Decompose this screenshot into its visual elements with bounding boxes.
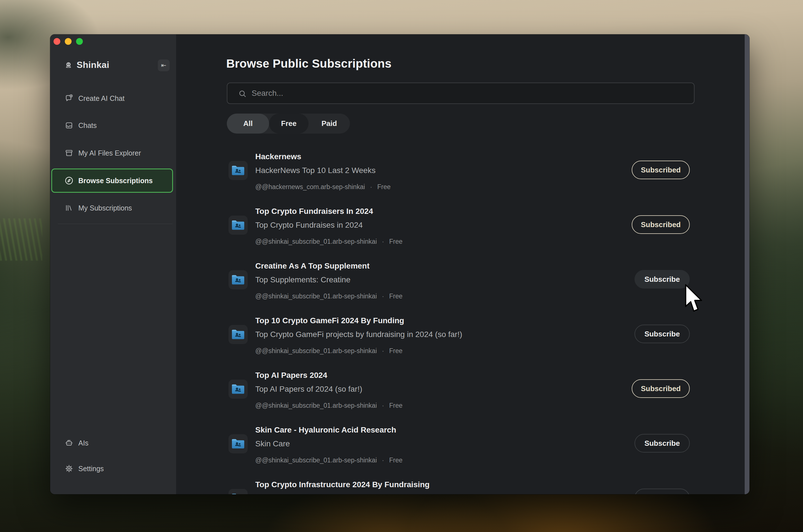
sidebar-item-ais[interactable]: AIs	[52, 432, 172, 455]
subscription-node-address: @@shinkai_subscribe_01.arb-sep-shinkai	[255, 292, 377, 300]
minimize-window-button[interactable]	[65, 38, 72, 45]
subscription-meta: @@shinkai_subscribe_01.arb-sep-shinkai ·…	[255, 456, 403, 464]
subscription-action-button[interactable]: Subscribed	[632, 379, 690, 398]
shared-folder-icon	[229, 215, 248, 235]
page-title: Browse Public Subscriptions	[226, 57, 391, 71]
sidebar-item-my-ai-files-explorer[interactable]: My AI Files Explorer	[52, 141, 172, 165]
subscription-action-button[interactable]: Subscribe	[634, 325, 690, 343]
subscription-row: Creatine As A Top Supplement Top Supplem…	[229, 262, 690, 316]
subscription-meta: @@shinkai_subscribe_01.arb-sep-shinkai ·…	[255, 402, 403, 410]
gear-icon	[64, 464, 74, 473]
shinkai-app-window: Shinkai ⇤ Create AI Chat Chats	[50, 34, 749, 494]
sidebar-item-create-ai-chat[interactable]: Create AI Chat	[52, 87, 172, 110]
subscription-description: HackerNews Top 10 Last 2 Weeks	[255, 166, 376, 175]
app-title: Shinkai	[77, 60, 109, 70]
subscription-node-address: @@hackernews_com.arb-sep-shinkai	[255, 183, 365, 191]
subscription-meta: @@shinkai_subscribe_01.arb-sep-shinkai ·…	[255, 347, 403, 355]
window-controls	[54, 38, 83, 45]
subscription-node-address: @@shinkai_subscribe_01.arb-sep-shinkai	[255, 347, 377, 355]
meta-separator: ·	[382, 238, 384, 245]
sidebar-item-label: Chats	[78, 121, 97, 130]
subscription-action-button[interactable]: Subscribed	[632, 215, 690, 234]
subscription-title: Top Crypto Infrastructure 2024 By Fundra…	[255, 480, 430, 489]
meta-separator: ·	[382, 456, 384, 464]
subscription-action-button[interactable]: Subscribe	[634, 434, 690, 453]
subscription-price: Free	[389, 456, 402, 464]
tab-all[interactable]: All	[227, 114, 269, 134]
subscription-row: Skin Care - Hyaluronic Acid Research Ski…	[229, 425, 690, 480]
tab-free[interactable]: Free	[269, 114, 308, 134]
sidebar-item-label: My AI Files Explorer	[78, 149, 141, 157]
shared-folder-icon	[229, 380, 248, 399]
search-icon	[238, 89, 247, 99]
subscription-row: Top Crypto Fundraisers In 2024 Top Crypt…	[229, 207, 690, 262]
subscription-price: Free	[389, 347, 402, 355]
subscription-meta: @@hackernews_com.arb-sep-shinkai · Free	[255, 183, 390, 191]
subscription-price: Free	[389, 292, 402, 300]
subscription-meta: @@shinkai_subscribe_01.arb-sep-shinkai ·…	[255, 292, 403, 300]
sidebar-item-label: Browse Subscriptions	[78, 177, 153, 185]
shared-folder-icon	[229, 434, 248, 453]
meta-separator: ·	[370, 183, 372, 191]
subscription-description: Skin Care	[255, 439, 290, 448]
sidebar-item-chats[interactable]: Chats	[52, 114, 172, 137]
subscription-description: Top Supplements: Creatine	[255, 275, 350, 284]
filter-tabs: All Free Paid	[227, 114, 350, 134]
subscription-row: Top Crypto Infrastructure 2024 By Fundra…	[229, 480, 690, 494]
zoom-window-button[interactable]	[76, 38, 83, 45]
subscription-node-address: @@shinkai_subscribe_01.arb-sep-shinkai	[255, 238, 377, 245]
shared-folder-icon	[229, 270, 248, 289]
subscription-node-address: @@shinkai_subscribe_01.arb-sep-shinkai	[255, 456, 377, 464]
subscription-price: Free	[389, 402, 402, 410]
archive-box-icon	[64, 148, 74, 158]
search-box	[227, 82, 694, 104]
search-input[interactable]	[252, 83, 688, 103]
compass-icon	[64, 176, 74, 185]
shared-folder-icon	[229, 161, 248, 180]
subscription-title: Creatine As A Top Supplement	[255, 262, 370, 270]
sidebar: Shinkai ⇤ Create AI Chat Chats	[50, 34, 176, 494]
meta-separator: ·	[382, 402, 384, 410]
shinkai-logo-icon	[64, 61, 73, 72]
subscription-row: Hackernews HackerNews Top 10 Last 2 Week…	[229, 152, 690, 207]
subscription-title: Skin Care - Hyaluronic Acid Research	[255, 425, 396, 435]
shared-folder-icon	[229, 325, 248, 344]
close-window-button[interactable]	[54, 38, 60, 45]
subscription-row: Top 10 Crypto GameFi 2024 By Funding Top…	[229, 316, 690, 371]
subscription-action-button[interactable]: Subscribe	[634, 270, 690, 288]
subscription-list: Hackernews HackerNews Top 10 Last 2 Week…	[229, 152, 690, 494]
library-icon	[64, 203, 74, 213]
sidebar-item-settings[interactable]: Settings	[52, 457, 172, 480]
subscription-action-button[interactable]: Subscribe	[634, 489, 690, 494]
sidebar-item-label: My Subscriptions	[78, 204, 132, 212]
subscription-title: Top AI Papers 2024	[255, 371, 327, 380]
shared-folder-icon	[229, 489, 248, 494]
wallpaper-vineyard-detail	[0, 218, 42, 261]
subscription-title: Top Crypto Fundraisers In 2024	[255, 207, 373, 216]
tab-paid[interactable]: Paid	[308, 114, 350, 134]
subscription-description: Top Crypto Fundraises in 2024	[255, 221, 363, 230]
subscription-action-button[interactable]: Subscribed	[632, 160, 690, 179]
subscription-row: Top AI Papers 2024 Top AI Papers of 2024…	[229, 371, 690, 425]
subscription-description: Top AI Papers of 2024 (so far!)	[255, 385, 362, 394]
sidebar-item-label: AIs	[78, 439, 89, 447]
subscription-description: Top Crypto GameFi projects by fundraisin…	[255, 330, 462, 339]
sidebar-item-label: Create AI Chat	[78, 94, 125, 102]
sidebar-divider	[58, 224, 172, 224]
sidebar-item-my-subscriptions[interactable]: My Subscriptions	[52, 196, 172, 220]
robot-icon	[64, 438, 74, 448]
meta-separator: ·	[382, 347, 384, 355]
subscription-title: Top 10 Crypto GameFi 2024 By Funding	[255, 316, 404, 325]
collapse-sidebar-button[interactable]: ⇤	[158, 59, 170, 71]
meta-separator: ·	[382, 292, 384, 300]
sidebar-item-browse-subscriptions[interactable]: Browse Subscriptions	[52, 169, 172, 192]
window-scrollbar[interactable]	[745, 34, 749, 494]
chat-plus-icon	[64, 94, 74, 103]
subscription-price: Free	[377, 183, 390, 191]
subscription-meta: @@shinkai_subscribe_01.arb-sep-shinkai ·…	[255, 238, 403, 245]
sidebar-item-label: Settings	[78, 465, 104, 473]
sidebar-header: Shinkai ⇤	[50, 59, 176, 72]
subscription-price: Free	[389, 238, 402, 245]
chats-icon	[64, 120, 74, 130]
subscription-node-address: @@shinkai_subscribe_01.arb-sep-shinkai	[255, 402, 377, 410]
